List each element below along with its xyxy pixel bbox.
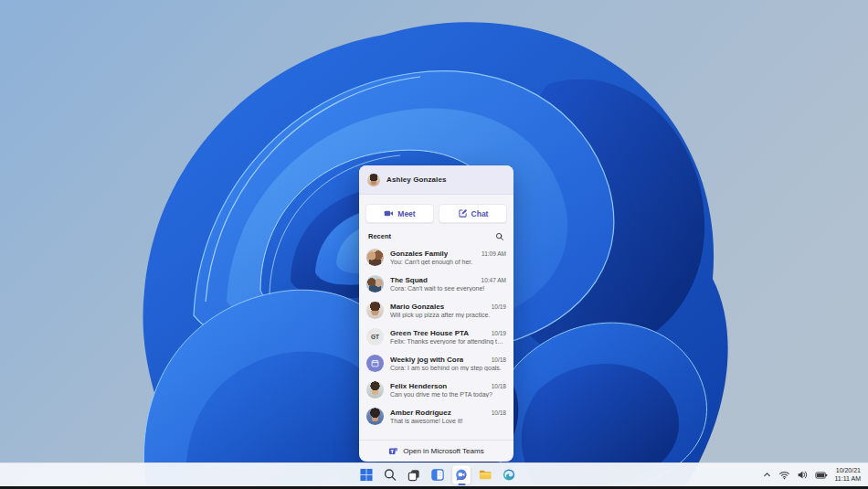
conversation-time: 10/18: [492, 383, 506, 389]
avatar: [366, 302, 384, 319]
compose-icon: [458, 208, 468, 218]
avatar: [366, 275, 384, 292]
windows-start-icon: [360, 468, 374, 482]
folder-icon: [479, 468, 492, 482]
conversation-item[interactable]: GT Green Tree House PTA 10/19 Felix: Tha…: [359, 324, 513, 350]
conversation-preview: Cora: Can't wait to see everyone!: [390, 285, 506, 292]
edge-icon: [503, 468, 516, 482]
chat-panel-header: Ashley Gonzales: [359, 165, 513, 195]
chevron-up-icon[interactable]: [762, 470, 772, 480]
file-explorer-button[interactable]: [476, 464, 495, 485]
clock-time: 11:11 AM: [834, 475, 861, 484]
volume-icon[interactable]: [797, 469, 809, 481]
open-in-teams-button[interactable]: Open in Microsoft Teams: [359, 440, 513, 462]
conversation-preview: Cora: I am so behind on my step goals.: [390, 365, 506, 371]
avatar-calendar-icon: [366, 355, 384, 372]
open-in-teams-label: Open in Microsoft Teams: [403, 447, 483, 455]
taskbar: 10/20/21 11:11 AM: [0, 462, 868, 486]
conversation-preview: Felix: Thanks everyone for attending tod…: [390, 338, 506, 345]
avatar: [366, 408, 384, 425]
start-button[interactable]: [357, 464, 376, 485]
conversation-time: 10/18: [492, 409, 506, 416]
conversation-name: Weekly jog with Cora: [390, 356, 463, 364]
teams-logo-icon: [388, 446, 398, 456]
widgets-button[interactable]: [429, 464, 448, 485]
conversation-item[interactable]: Mario Gonzales 10/19 Will pick up pizza …: [359, 297, 513, 324]
chat-button-label: Chat: [471, 209, 489, 218]
avatar-initials: GT: [366, 328, 384, 345]
conversation-name: Amber Rodriguez: [390, 409, 451, 417]
meet-button-label: Meet: [397, 209, 415, 218]
conversation-time: 11:09 AM: [482, 250, 506, 257]
conversation-preview: That is awesome! Love it!: [390, 418, 506, 424]
conversation-name: Gonzales Family: [390, 250, 448, 258]
search-icon: [384, 468, 397, 482]
conversation-item[interactable]: Amber Rodriguez 10/18 That is awesome! L…: [359, 403, 513, 430]
clock-date: 10/20/21: [834, 467, 861, 475]
search-icon[interactable]: [494, 231, 504, 241]
user-name: Ashley Gonzales: [386, 175, 447, 184]
conversation-time: 10:47 AM: [482, 277, 506, 283]
conversation-item[interactable]: The Squad 10:47 AM Cora: Can't wait to s…: [359, 271, 513, 297]
taskbar-search-button[interactable]: [381, 464, 400, 485]
conversation-time: 10/19: [492, 330, 506, 336]
conversation-time: 10/18: [492, 356, 506, 363]
taskbar-clock[interactable]: 10/20/21 11:11 AM: [834, 467, 861, 483]
conversation-preview: Can you drive me to the PTA today?: [390, 391, 506, 398]
conversation-preview: You: Can't get enough of her.: [390, 259, 506, 265]
conversation-item[interactable]: Felix Henderson 10/18 Can you drive me t…: [359, 377, 513, 403]
wifi-icon[interactable]: [778, 469, 790, 481]
edge-button[interactable]: [500, 464, 519, 485]
conversation-time: 10/19: [492, 303, 506, 310]
widgets-icon: [431, 468, 445, 482]
battery-icon[interactable]: [815, 469, 828, 482]
chat-panel-actions: Meet Chat: [359, 195, 513, 230]
meet-button[interactable]: Meet: [365, 204, 434, 223]
conversation-name: The Squad: [390, 276, 428, 284]
task-view-icon: [408, 468, 421, 482]
avatar: [366, 381, 384, 399]
task-view-button[interactable]: [405, 464, 424, 485]
conversation-list: Gonzales Family 11:09 AM You: Can't get …: [359, 244, 513, 440]
conversation-item[interactable]: Weekly jog with Cora 10/18 Cora: I am so…: [359, 350, 513, 377]
avatar: [366, 249, 384, 266]
chat-button[interactable]: Chat: [439, 204, 507, 223]
taskbar-center-icons: [357, 463, 519, 486]
desktop: Ashley Gonzales Meet Chat Recent: [0, 0, 868, 489]
recent-label: Recent: [368, 232, 391, 240]
chat-taskbar-button[interactable]: [452, 464, 471, 485]
system-tray: 10/20/21 11:11 AM: [762, 463, 868, 486]
user-avatar[interactable]: [367, 174, 380, 186]
conversation-preview: Will pick up pizza after my practice.: [390, 312, 506, 318]
active-indicator: [458, 484, 465, 485]
video-camera-icon: [384, 208, 394, 218]
conversation-name: Felix Henderson: [390, 382, 447, 390]
teams-chat-flyout: Ashley Gonzales Meet Chat Recent: [359, 165, 513, 462]
conversation-name: Mario Gonzales: [390, 303, 444, 311]
teams-chat-icon: [455, 468, 469, 482]
conversation-name: Green Tree House PTA: [390, 329, 469, 337]
conversation-item[interactable]: Gonzales Family 11:09 AM You: Can't get …: [359, 244, 513, 271]
recent-row: Recent: [359, 230, 513, 244]
